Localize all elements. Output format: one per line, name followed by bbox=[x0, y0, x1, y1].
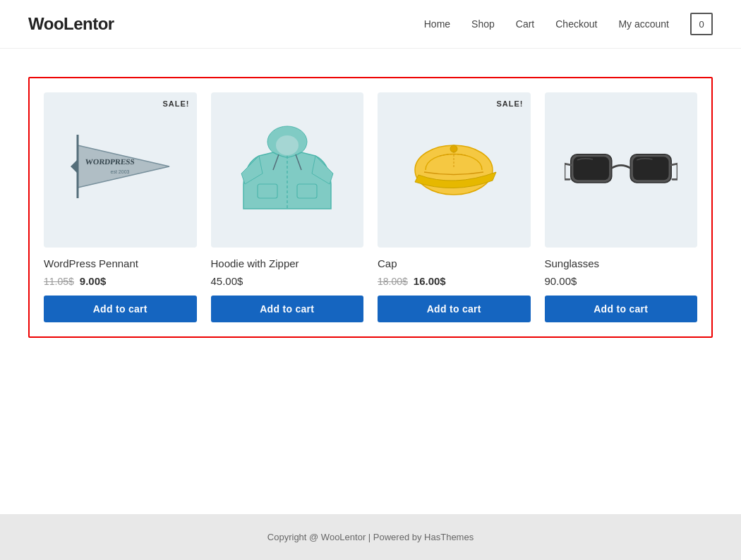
price-sale: 16.00$ bbox=[414, 275, 446, 287]
product-image-container bbox=[211, 92, 364, 248]
product-grid: SALE! WORDPRESS est 2003 WordPress bbox=[44, 92, 697, 322]
cart-count: 0 bbox=[699, 19, 704, 30]
product-image-cap bbox=[397, 121, 510, 219]
price-row: 90.00$ bbox=[545, 275, 698, 287]
price-original: 18.00$ bbox=[378, 276, 408, 287]
product-name: Hoodie with Zipper bbox=[211, 257, 364, 269]
price-row: 18.00$ 16.00$ bbox=[378, 275, 531, 287]
product-name: Cap bbox=[378, 257, 531, 269]
nav-home[interactable]: Home bbox=[424, 18, 450, 30]
svg-marker-2 bbox=[71, 159, 78, 174]
cart-button[interactable]: 0 bbox=[690, 13, 713, 35]
nav-checkout[interactable]: Checkout bbox=[555, 18, 597, 30]
add-to-cart-button[interactable]: Add to cart bbox=[378, 296, 531, 322]
price-regular: 45.00$ bbox=[211, 275, 243, 287]
svg-rect-15 bbox=[573, 157, 609, 180]
product-image-hoodie bbox=[231, 121, 344, 219]
product-image-pennant: WORDPRESS est 2003 bbox=[64, 121, 176, 219]
add-to-cart-button[interactable]: Add to cart bbox=[44, 296, 197, 322]
product-name: Sunglasses bbox=[545, 257, 698, 269]
svg-marker-0 bbox=[78, 145, 169, 188]
product-image-container bbox=[545, 92, 698, 248]
product-card-sunglasses: Sunglasses 90.00$ Add to cart bbox=[545, 92, 698, 322]
site-logo: WooLentor bbox=[28, 14, 114, 34]
sale-badge: SALE! bbox=[497, 99, 524, 108]
price-original: 11.05$ bbox=[44, 276, 74, 287]
product-image-container: SALE! bbox=[378, 92, 531, 248]
svg-rect-17 bbox=[633, 157, 669, 180]
main-nav: Home Shop Cart Checkout My account 0 bbox=[424, 13, 713, 35]
sale-badge: SALE! bbox=[163, 99, 190, 108]
product-image-sunglasses bbox=[565, 121, 677, 219]
product-grid-wrapper: SALE! WORDPRESS est 2003 WordPress bbox=[28, 77, 713, 338]
main-content: SALE! WORDPRESS est 2003 WordPress bbox=[0, 49, 741, 380]
footer-text: Copyright @ WooLentor | Powered by HasTh… bbox=[267, 532, 474, 542]
svg-text:WORDPRESS: WORDPRESS bbox=[85, 157, 135, 166]
nav-my-account[interactable]: My account bbox=[618, 18, 669, 30]
svg-point-6 bbox=[276, 135, 299, 155]
product-image-container: SALE! WORDPRESS est 2003 bbox=[44, 92, 197, 248]
svg-text:est 2003: est 2003 bbox=[111, 169, 130, 174]
nav-shop[interactable]: Shop bbox=[471, 18, 495, 30]
price-sale: 9.00$ bbox=[80, 275, 107, 287]
footer: Copyright @ WooLentor | Powered by HasTh… bbox=[0, 514, 741, 560]
price-row: 11.05$ 9.00$ bbox=[44, 275, 197, 287]
product-card-wordpress-pennant: SALE! WORDPRESS est 2003 WordPress bbox=[44, 92, 197, 322]
product-card-hoodie-with-zipper: Hoodie with Zipper 45.00$ Add to cart bbox=[211, 92, 364, 322]
add-to-cart-button[interactable]: Add to cart bbox=[545, 296, 698, 322]
price-regular: 90.00$ bbox=[545, 275, 577, 287]
add-to-cart-button[interactable]: Add to cart bbox=[211, 296, 364, 322]
price-row: 45.00$ bbox=[211, 275, 364, 287]
header: WooLentor Home Shop Cart Checkout My acc… bbox=[0, 0, 741, 49]
product-name: WordPress Pennant bbox=[44, 257, 197, 269]
nav-cart[interactable]: Cart bbox=[516, 18, 534, 30]
product-card-cap: SALE! bbox=[378, 92, 531, 322]
